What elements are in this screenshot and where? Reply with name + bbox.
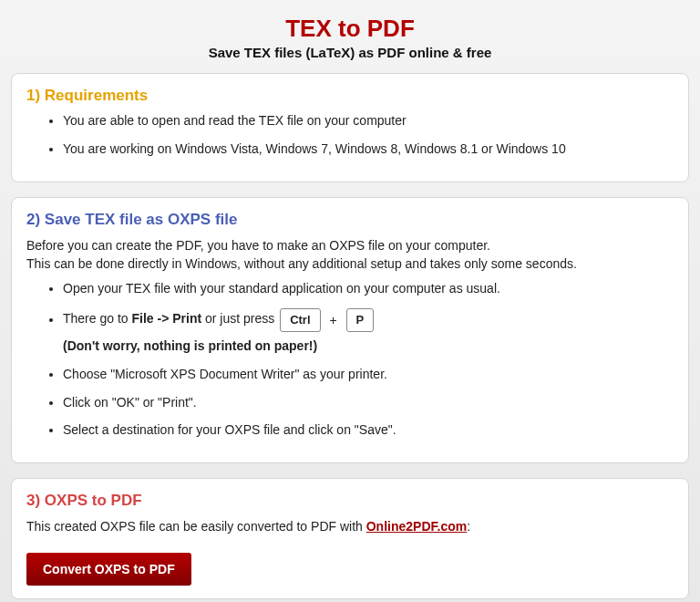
requirements-card: 1) Requirements You are able to open and… bbox=[11, 73, 689, 182]
list-item: Choose "Microsoft XPS Document Writer" a… bbox=[63, 366, 674, 383]
oxps-to-pdf-card: 3) OXPS to PDF This created OXPS file ca… bbox=[11, 478, 689, 598]
oxps-to-pdf-heading: 3) OXPS to PDF bbox=[26, 492, 674, 510]
keyboard-key-p: P bbox=[346, 308, 375, 332]
plus-sign: + bbox=[325, 312, 340, 329]
requirements-list: You are able to open and read the TEX fi… bbox=[26, 112, 674, 158]
convert-text-before: This created OXPS file can be easily con… bbox=[26, 519, 366, 534]
print-note: (Don't worry, nothing is printed on pape… bbox=[63, 337, 674, 355]
save-oxps-card: 2) Save TEX file as OXPS file Before you… bbox=[11, 197, 689, 464]
list-item: There go to File -> Print or just press … bbox=[63, 308, 674, 354]
list-item: Select a destination for your OXPS file … bbox=[63, 421, 674, 439]
intro-text: Before you can create the PDF, you have … bbox=[26, 236, 674, 274]
keyboard-key-ctrl: Ctrl bbox=[280, 308, 320, 332]
page-subtitle: Save TEX files (LaTeX) as PDF online & f… bbox=[11, 45, 689, 60]
intro-line-2: This can be done directly in Windows, wi… bbox=[26, 256, 577, 271]
page-title: TEX to PDF bbox=[11, 15, 689, 43]
list-item: You are working on Windows Vista, Window… bbox=[63, 140, 674, 158]
menu-path: File -> Print bbox=[132, 312, 202, 327]
list-item: Open your TEX file with your standard ap… bbox=[63, 280, 674, 297]
step-text: or just press bbox=[201, 312, 278, 327]
intro-line-1: Before you can create the PDF, you have … bbox=[26, 238, 490, 253]
convert-text-after: : bbox=[467, 519, 470, 534]
steps-list: Open your TEX file with your standard ap… bbox=[26, 280, 674, 439]
requirements-heading: 1) Requirements bbox=[26, 87, 674, 105]
online2pdf-link[interactable]: Online2PDF.com bbox=[366, 519, 467, 534]
save-oxps-heading: 2) Save TEX file as OXPS file bbox=[26, 211, 674, 229]
list-item: You are able to open and read the TEX fi… bbox=[63, 112, 674, 130]
convert-text: This created OXPS file can be easily con… bbox=[26, 517, 674, 535]
convert-button[interactable]: Convert OXPS to PDF bbox=[26, 553, 191, 586]
list-item: Click on "OK" or "Print". bbox=[63, 394, 674, 411]
step-text: There go to bbox=[63, 312, 132, 327]
